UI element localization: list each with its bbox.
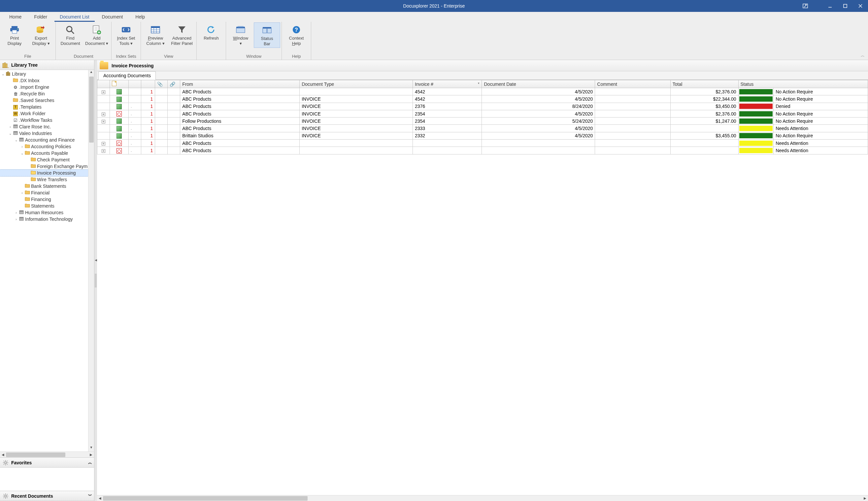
- table-row[interactable]: 1ABC ProductsINVOICE45424/5/2020$22,344.…: [97, 95, 868, 103]
- expand-icon[interactable]: ›: [20, 191, 24, 195]
- expand-icon[interactable]: ›: [8, 125, 12, 129]
- tree-item[interactable]: ⌄Accounts Payable: [0, 150, 94, 157]
- tree-item[interactable]: T.Templates: [0, 104, 94, 110]
- menu-tab-home[interactable]: Home: [4, 12, 27, 22]
- row-expand-icon[interactable]: +: [101, 90, 105, 94]
- document-grid[interactable]: 📎 🔗 From Document Type Invoice #▾ Docume…: [97, 80, 868, 154]
- col-doctype[interactable]: Document Type: [300, 80, 413, 88]
- row-expand-icon[interactable]: +: [101, 120, 105, 124]
- index-set-tools[interactable]: Index SetTools ▾: [113, 22, 139, 47]
- tree-item-icon: [30, 164, 36, 169]
- add-document[interactable]: AddDocument ▾: [84, 22, 110, 47]
- tree-item[interactable]: .Saved Searches: [0, 97, 94, 104]
- col-comment[interactable]: Comment: [595, 80, 671, 88]
- tree-item[interactable]: ⚙.Import Engine: [0, 84, 94, 90]
- col-expand[interactable]: [97, 80, 110, 88]
- expand-icon[interactable]: ›: [20, 145, 24, 149]
- cell-status: Needs Attention: [774, 147, 868, 154]
- col-attach-icon[interactable]: 📎: [155, 80, 168, 88]
- tree-item[interactable]: ›Financial: [0, 190, 94, 196]
- expand-icon[interactable]: ⌄: [8, 132, 12, 135]
- expand-icon[interactable]: ›: [14, 211, 19, 214]
- tree-item[interactable]: ⌄Valeo Industries: [0, 130, 94, 137]
- table-row[interactable]: +.1ABC ProductsINVOICE23544/5/2020$2,376…: [97, 110, 868, 117]
- tree-item[interactable]: Wire Transfers: [0, 176, 94, 183]
- row-expand-icon[interactable]: +: [101, 142, 105, 146]
- tree-item[interactable]: Invoice Processing: [0, 170, 94, 176]
- tree-item[interactable]: .DX Inbox: [0, 77, 94, 84]
- adv-filter[interactable]: AdvancedFilter Panel: [169, 22, 195, 47]
- col-flag[interactable]: [129, 80, 141, 88]
- tree-item[interactable]: Check Payment: [0, 157, 94, 163]
- chevron-down-icon[interactable]: ︾: [88, 493, 92, 499]
- status-bar[interactable]: StatusBar: [254, 22, 280, 48]
- cell-from: Brittain Studios: [180, 132, 300, 139]
- expand-icon[interactable]: ›: [14, 217, 19, 221]
- tree-item[interactable]: ⌄Accounting and Finance: [0, 137, 94, 143]
- tree-item[interactable]: ›Information Technology: [0, 216, 94, 222]
- table-row[interactable]: .1ABC ProductsINVOICE23334/5/2020Needs A…: [97, 125, 868, 132]
- col-status[interactable]: Status: [738, 80, 868, 88]
- window[interactable]: Window▾: [227, 22, 254, 47]
- ribbon-collapse-icon[interactable]: ︿: [861, 53, 865, 58]
- menu-tab-document-list[interactable]: Document List: [54, 12, 94, 22]
- context-help[interactable]: ?ContextHelp: [283, 22, 310, 47]
- menu-tab-help[interactable]: Help: [130, 12, 150, 22]
- tab-accounting-documents[interactable]: Accounting Documents: [98, 71, 156, 80]
- maximize-button[interactable]: [838, 0, 853, 12]
- row-expand-icon[interactable]: +: [101, 149, 105, 153]
- row-expand-icon[interactable]: +: [101, 113, 105, 116]
- tree-root[interactable]: ⌄ Library: [0, 71, 94, 77]
- cell-from: ABC Products: [180, 95, 300, 103]
- expand-icon[interactable]: ⌄: [20, 151, 24, 155]
- vertical-splitter[interactable]: ◀: [94, 60, 97, 501]
- close-button[interactable]: [853, 0, 868, 12]
- print-display[interactable]: PrintDisplay: [1, 22, 28, 47]
- chevron-up-icon[interactable]: ︽: [88, 460, 92, 465]
- tree-item[interactable]: ›Accounting Policies: [0, 143, 94, 150]
- grid-hscrollbar[interactable]: ◀▶: [97, 495, 868, 501]
- tree-item-label: Financing: [30, 197, 51, 202]
- menu-tab-folder[interactable]: Folder: [29, 12, 53, 22]
- tree-item[interactable]: Foreign Exchange Paym: [0, 163, 94, 170]
- tree-item[interactable]: ☑.Workflow Tasks: [0, 117, 94, 124]
- col-from[interactable]: From: [180, 80, 300, 88]
- table-row[interactable]: +1ABC Products45424/5/2020$2,376.00No Ac…: [97, 88, 868, 95]
- table-row[interactable]: +.1Follow ProductionsINVOICE23545/24/202…: [97, 117, 868, 125]
- table-row[interactable]: .1ABC ProductsINVOICE23768/24/2020$3,450…: [97, 103, 868, 110]
- table-row[interactable]: +.1ABC ProductsNeeds Attention: [97, 140, 868, 147]
- library-tree-header[interactable]: Library Tree: [0, 60, 94, 70]
- col-docdate[interactable]: Document Date: [482, 80, 595, 88]
- tree-item[interactable]: 🗑.Recycle Bin: [0, 90, 94, 97]
- tree-item[interactable]: ›Human Resources: [0, 209, 94, 216]
- tree-item[interactable]: Financing: [0, 196, 94, 203]
- col-invoice[interactable]: Invoice #▾: [413, 80, 482, 88]
- export-display[interactable]: ExportDisplay ▾: [28, 22, 54, 47]
- col-total[interactable]: Total: [670, 80, 738, 88]
- refresh[interactable]: Refresh: [198, 22, 224, 42]
- col-link-icon[interactable]: 🔗: [168, 80, 180, 88]
- find-document[interactable]: FindDocument: [57, 22, 84, 47]
- image-icon: [117, 126, 122, 131]
- cell-total: $3,455.00: [670, 132, 738, 139]
- expand-icon[interactable]: ⌄: [14, 138, 19, 142]
- col-doc-icon[interactable]: [110, 80, 129, 88]
- tree-item[interactable]: W.Work Folder: [0, 110, 94, 117]
- tree-hscrollbar[interactable]: ◀▶: [0, 451, 94, 457]
- cell-total: $22,344.00: [670, 95, 738, 103]
- library-tree[interactable]: ⌄ Library .DX Inbox⚙.Import Engine🗑.Recy…: [0, 70, 94, 451]
- table-row[interactable]: .1Brittain StudiosINVOICE23324/5/2020$3,…: [97, 132, 868, 139]
- favorites-header[interactable]: Favorites ︽: [0, 458, 94, 468]
- preview-column[interactable]: PreviewColumn ▾: [142, 22, 169, 47]
- tree-vscrollbar[interactable]: ▲▼: [88, 70, 94, 451]
- tree-item[interactable]: Bank Statements: [0, 183, 94, 190]
- col-index[interactable]: [141, 80, 155, 88]
- minimize-button[interactable]: [823, 0, 838, 12]
- ribbon-options-icon[interactable]: [799, 0, 812, 12]
- menu-tab-document[interactable]: Document: [97, 12, 128, 22]
- recent-docs-header[interactable]: Recent Documents ︾: [0, 491, 94, 501]
- tree-item[interactable]: Statements: [0, 203, 94, 209]
- table-row[interactable]: +.1ABC ProductsNeeds Attention: [97, 147, 868, 154]
- grid-header-row[interactable]: 📎 🔗 From Document Type Invoice #▾ Docume…: [97, 80, 868, 88]
- tree-item[interactable]: ›Clare Rose Inc.: [0, 124, 94, 130]
